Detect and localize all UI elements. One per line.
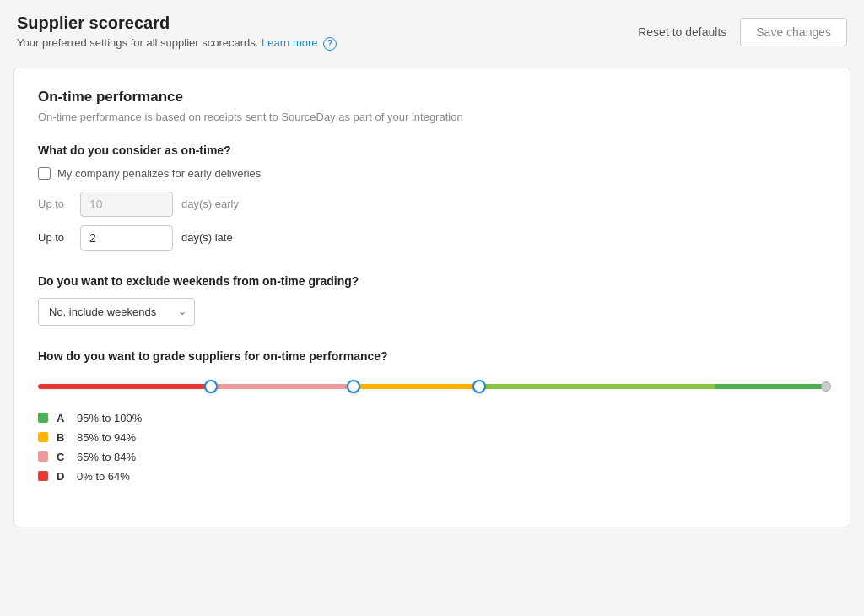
late-up-to-label: Up to [38, 231, 72, 244]
page-title-area: Supplier scorecard Your preferred settin… [17, 14, 337, 51]
header-actions: Reset to defaults Save changes [638, 18, 847, 46]
grade-d-dot [38, 471, 48, 481]
grade-b-letter: B [57, 431, 68, 444]
late-days-row: Up to day(s) late [38, 225, 826, 251]
slider-wrapper [38, 378, 826, 395]
card-title: On-time performance [38, 89, 826, 105]
grading-section: How do you want to grade suppliers for o… [38, 349, 826, 483]
subtitle-text: Your preferred settings for all supplier… [17, 36, 258, 49]
page-wrapper: Supplier scorecard Your preferred settin… [0, 0, 864, 616]
late-days-input[interactable] [80, 225, 173, 251]
slider-handle-1[interactable] [204, 380, 218, 393]
card-subtitle: On-time performance is based on receipts… [38, 111, 826, 123]
slider-handle-2[interactable] [347, 380, 360, 393]
early-days-input[interactable] [80, 192, 173, 217]
page-subtitle: Your preferred settings for all supplier… [17, 36, 337, 51]
grade-a-letter: A [57, 412, 68, 424]
page-header: Supplier scorecard Your preferred settin… [0, 0, 864, 61]
reset-button[interactable]: Reset to defaults [638, 25, 726, 39]
late-suffix: day(s) late [181, 231, 233, 244]
grade-b-range: 85% to 94% [77, 431, 136, 444]
grade-d-item: D 0% to 64% [38, 470, 826, 483]
grade-b-item: B 85% to 94% [38, 431, 826, 444]
weekends-dropdown-wrapper: No, include weekends Yes, exclude weeken… [38, 298, 195, 326]
slider-handle-3[interactable] [472, 380, 486, 393]
weekends-section: Do you want to exclude weekends from on-… [38, 274, 826, 326]
grade-list: A 95% to 100% B 85% to 94% C 65% to 84% … [38, 412, 826, 483]
grade-a-item: A 95% to 100% [38, 412, 826, 424]
on-time-section: What do you consider as on-time? My comp… [38, 143, 826, 251]
grade-a-range: 95% to 100% [77, 412, 142, 424]
early-penalty-checkbox[interactable] [38, 167, 51, 180]
grading-question: How do you want to grade suppliers for o… [38, 349, 826, 363]
on-time-question: What do you consider as on-time? [38, 143, 826, 157]
save-button[interactable]: Save changes [740, 18, 847, 46]
grade-c-item: C 65% to 84% [38, 451, 826, 463]
slider-end [821, 381, 831, 392]
early-suffix: day(s) early [181, 197, 239, 210]
grade-c-range: 65% to 84% [77, 451, 136, 463]
grade-d-range: 0% to 64% [77, 470, 130, 483]
grade-d-letter: D [57, 470, 68, 483]
page-title: Supplier scorecard [17, 14, 337, 33]
grade-c-dot [38, 451, 48, 462]
scorecard-card: On-time performance On-time performance … [14, 68, 850, 527]
grade-c-letter: C [57, 451, 68, 463]
early-days-row: Up to day(s) early [38, 192, 826, 217]
weekends-question: Do you want to exclude weekends from on-… [38, 274, 826, 288]
early-penalty-row: My company penalizes for early deliverie… [38, 167, 826, 180]
weekends-dropdown[interactable]: No, include weekends Yes, exclude weeken… [38, 298, 195, 326]
grade-b-dot [38, 432, 48, 442]
grade-a-dot [38, 413, 48, 423]
early-up-to-label: Up to [38, 197, 72, 210]
slider-track [38, 384, 826, 389]
help-icon[interactable]: ? [323, 37, 337, 51]
learn-more-link[interactable]: Learn more [262, 36, 317, 49]
early-penalty-label[interactable]: My company penalizes for early deliverie… [57, 167, 261, 180]
